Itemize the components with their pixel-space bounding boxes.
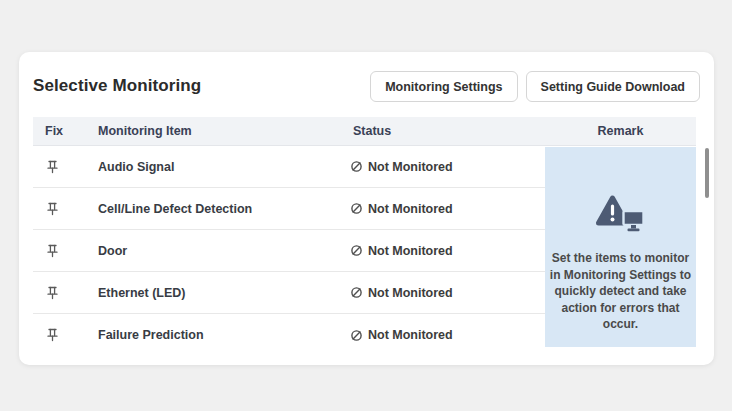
monitoring-item-label: Cell/Line Defect Detection — [98, 202, 252, 216]
table-header-row: Fix Monitoring Item Status Remark — [33, 117, 696, 146]
table-row: Ethernet (LED) Not Monitored — [33, 272, 545, 314]
table-row: Door Not Monitored — [33, 230, 545, 272]
not-monitored-icon — [350, 160, 363, 173]
not-monitored-icon — [350, 286, 363, 299]
status-label: Not Monitored — [368, 202, 453, 216]
table-body: Audio Signal Not Monitored Cell/Line Def… — [33, 146, 545, 356]
monitoring-item-label: Failure Prediction — [98, 328, 204, 342]
setting-guide-download-button[interactable]: Setting Guide Download — [526, 71, 700, 102]
scrollbar-thumb[interactable] — [705, 148, 709, 198]
not-monitored-icon — [350, 244, 363, 257]
remark-panel: Set the items to monitor in Monitoring S… — [545, 147, 696, 347]
column-header-fix: Fix — [45, 117, 63, 146]
push-pin-icon[interactable] — [44, 285, 60, 301]
table-row: Audio Signal Not Monitored — [33, 146, 545, 188]
push-pin-icon[interactable] — [44, 201, 60, 217]
not-monitored-icon — [350, 329, 363, 342]
monitoring-item-label: Door — [98, 244, 127, 258]
status-label: Not Monitored — [368, 160, 453, 174]
selective-monitoring-card: Selective Monitoring Monitoring Settings… — [19, 52, 714, 365]
push-pin-icon[interactable] — [44, 159, 60, 175]
column-header-status: Status — [353, 117, 391, 146]
column-header-item: Monitoring Item — [98, 117, 192, 146]
monitoring-table: Fix Monitoring Item Status Remark Audio … — [33, 117, 696, 356]
status-label: Not Monitored — [368, 244, 453, 258]
monitoring-item-label: Ethernet (LED) — [98, 286, 186, 300]
status-label: Not Monitored — [368, 328, 453, 342]
remark-text: Set the items to monitor in Monitoring S… — [549, 250, 692, 333]
toolbar: Monitoring Settings Setting Guide Downlo… — [370, 71, 700, 102]
push-pin-icon[interactable] — [44, 243, 60, 259]
not-monitored-icon — [350, 202, 363, 215]
table-row: Failure Prediction Not Monitored — [33, 314, 545, 356]
page-title: Selective Monitoring — [33, 76, 201, 96]
column-header-remark: Remark — [545, 117, 696, 146]
monitoring-settings-button[interactable]: Monitoring Settings — [370, 71, 517, 102]
table-row: Cell/Line Defect Detection Not Monitored — [33, 188, 545, 230]
status-label: Not Monitored — [368, 286, 453, 300]
push-pin-icon[interactable] — [44, 327, 60, 343]
monitoring-item-label: Audio Signal — [98, 160, 174, 174]
warning-monitor-icon — [595, 194, 647, 244]
